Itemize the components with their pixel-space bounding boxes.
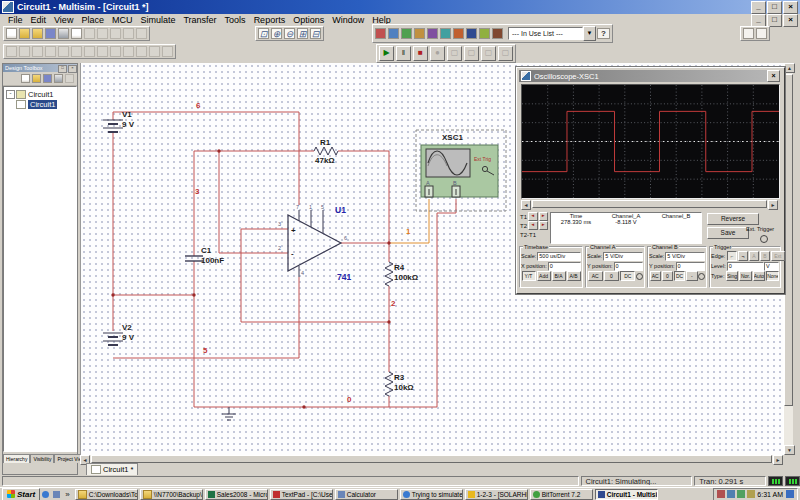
tree-child-circuit1[interactable]: Circuit1	[6, 99, 76, 109]
r1-value-label[interactable]: 47kΩ	[315, 156, 335, 165]
taskbar-item-textpad[interactable]: TextPad - [C:\User...	[270, 489, 333, 500]
place-transistor-icon[interactable]	[414, 28, 425, 39]
v2-ref-label[interactable]: V2	[122, 323, 132, 332]
scroll-down-icon[interactable]: ▼	[784, 445, 795, 455]
help-button[interactable]: ?	[597, 28, 610, 39]
wire-net6[interactable]	[113, 112, 299, 205]
horizontal-scroll-thumb[interactable]	[91, 455, 772, 463]
tray-icon-3[interactable]	[737, 490, 745, 498]
v1-value-label[interactable]: 9 V	[122, 120, 135, 129]
timebase-scale-field[interactable]: 500 us/Div	[537, 252, 581, 261]
trigger-sing-button[interactable]: Sing.	[726, 271, 738, 281]
tree-root-circuit1[interactable]: - Circuit1	[6, 89, 76, 99]
child-minimize-icon[interactable]: _	[751, 14, 766, 27]
t1-left-icon[interactable]: ◄	[528, 212, 537, 221]
u1-value-label[interactable]: 741	[337, 272, 351, 282]
scroll-up-icon[interactable]: ▲	[784, 63, 795, 73]
trigger-edge-rising-icon[interactable]: ⌐	[727, 251, 737, 261]
channel-b-invert-button[interactable]: -	[686, 271, 697, 281]
channel-a-scale-field[interactable]: 5 V/Div	[603, 252, 643, 261]
r3-value-label[interactable]: 10kΩ	[394, 383, 414, 392]
zoom-out-icon[interactable]: ⊖	[284, 28, 295, 39]
v2-value-label[interactable]: 9 V	[122, 333, 135, 342]
tab-hierarchy[interactable]: Hierarchy	[3, 454, 30, 463]
taskbar-item-backup[interactable]: \\N7700\Backup\S...	[140, 489, 203, 500]
place-source-icon[interactable]	[375, 28, 386, 39]
resistor-r4[interactable]	[385, 262, 393, 286]
instrument-toolbar-icon[interactable]	[743, 28, 754, 39]
channel-a-dc-button[interactable]: DC	[620, 271, 635, 281]
quick-launch-overflow-icon[interactable]: »	[65, 490, 69, 499]
wire-inverting-input[interactable]	[219, 151, 288, 253]
place-analog-icon[interactable]	[427, 28, 438, 39]
r1-ref-label[interactable]: R1	[320, 138, 331, 147]
menu-view[interactable]: View	[50, 15, 77, 25]
channel-a-ac-button[interactable]: AC	[588, 271, 603, 281]
menu-reports[interactable]: Reports	[250, 15, 290, 25]
oscilloscope-close-icon[interactable]: ×	[767, 70, 780, 82]
channel-a-zero-button[interactable]: 0	[604, 271, 619, 281]
quick-launch-desktop-icon[interactable]	[53, 491, 60, 498]
channel-b-dc-button[interactable]: DC	[674, 271, 685, 281]
open-icon[interactable]	[19, 28, 30, 39]
t2-left-icon[interactable]: ◄	[528, 221, 537, 230]
start-button[interactable]: Start	[2, 488, 40, 500]
in-use-list-dropdown[interactable]: --- In Use List ---	[508, 27, 583, 40]
zoom-fit-icon[interactable]: ⊟	[310, 28, 321, 39]
menu-mcu[interactable]: MCU	[108, 15, 137, 25]
panel-close-icon[interactable]: ×	[68, 65, 77, 73]
oscilloscope-instrument-icon[interactable]: Ext Trig XSC1 A B	[416, 130, 506, 211]
place-power-icon[interactable]	[492, 28, 503, 39]
toolbox-new-icon[interactable]	[21, 74, 30, 83]
battery-v1[interactable]	[103, 112, 123, 132]
taskbar-item-bittorrent[interactable]: BitTorrent 7.2	[530, 489, 593, 500]
r4-ref-label[interactable]: R4	[394, 263, 405, 272]
child-close-icon[interactable]: ×	[783, 14, 798, 27]
zoom-in-icon[interactable]: ⊕	[271, 28, 282, 39]
pause-simulation-icon[interactable]: ‖	[396, 46, 411, 61]
channel-b-yposition-field[interactable]: 0	[676, 262, 705, 271]
timebase-xposition-field[interactable]: 0	[548, 262, 581, 271]
quick-launch-ie-icon[interactable]	[42, 491, 49, 498]
menu-window[interactable]: Window	[328, 15, 368, 25]
wires[interactable]	[113, 112, 456, 407]
trigger-level-unit[interactable]: V	[764, 262, 779, 271]
toolbox-options-icon[interactable]	[65, 74, 74, 83]
canvas-horizontal-scrollbar[interactable]: ◄ ►	[80, 455, 783, 463]
instrument-toolbar-icon-2[interactable]	[756, 28, 767, 39]
full-screen-icon[interactable]: ⊡	[258, 28, 269, 39]
minimize-icon[interactable]: _	[751, 1, 766, 14]
trigger-none-button[interactable]: None	[766, 271, 778, 281]
save-button[interactable]: Save	[707, 227, 749, 239]
menu-file[interactable]: File	[4, 15, 27, 25]
channel-b-scale-field[interactable]: 5 V/Div	[665, 252, 705, 261]
scope-scroll-left-icon[interactable]: ◄	[521, 200, 531, 210]
trigger-level-field[interactable]: 0	[727, 262, 764, 271]
oscilloscope-title-bar[interactable]: Oscilloscope-XSC1 ×	[519, 70, 780, 82]
place-basic-icon[interactable]	[388, 28, 399, 39]
ground-symbol[interactable]	[222, 407, 236, 420]
place-diode-icon[interactable]	[401, 28, 412, 39]
menu-place[interactable]: Place	[77, 15, 108, 25]
dock-icon[interactable]: □	[58, 65, 67, 73]
trigger-nor-button[interactable]: Nor.	[739, 271, 751, 281]
channel-b-ac-button[interactable]: AC	[650, 271, 661, 281]
place-indicator-icon[interactable]	[479, 28, 490, 39]
close-icon[interactable]: ×	[783, 1, 798, 14]
ab-button[interactable]: A/B	[567, 271, 581, 281]
t2-right-icon[interactable]: ►	[539, 221, 548, 230]
scope-scroll-thumb[interactable]	[532, 200, 767, 208]
print-icon[interactable]	[58, 28, 69, 39]
opamp-u1[interactable]	[288, 210, 341, 277]
toolbox-print-icon[interactable]	[54, 74, 63, 83]
channel-b-zero-button[interactable]: 0	[662, 271, 673, 281]
toolbox-open-icon[interactable]	[32, 74, 41, 83]
oscilloscope-scrollbar[interactable]: ◄ ►	[521, 200, 778, 208]
menu-tools[interactable]: Tools	[221, 15, 250, 25]
open-sample-icon[interactable]	[32, 28, 43, 39]
save-icon[interactable]	[45, 28, 56, 39]
tray-icon-5[interactable]	[786, 490, 794, 498]
tray-icon-4[interactable]	[747, 490, 755, 498]
maximize-icon[interactable]: □	[767, 1, 782, 14]
place-cmos-icon[interactable]	[453, 28, 464, 39]
